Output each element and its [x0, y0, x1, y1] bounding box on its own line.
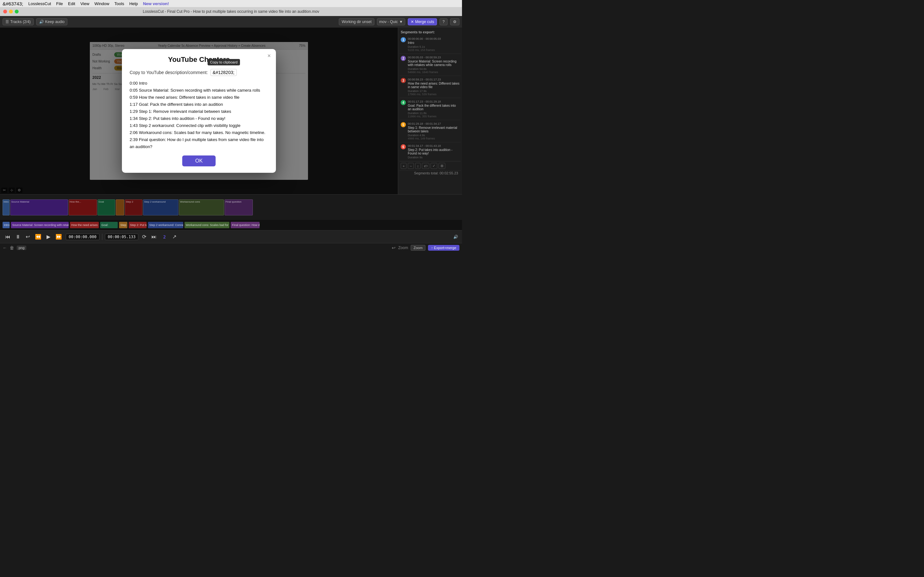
fullscreen-button[interactable]: [15, 10, 19, 13]
tl-label-7: Step 2 workaround: Connected cli...: [148, 222, 183, 228]
segment-duration-2: Duration 54.6s: [408, 67, 459, 71]
toolbar-right: Working dir unset mov - Quic ▼ ✕ Merge c…: [339, 18, 459, 25]
segment-num-5: 5: [401, 122, 406, 127]
sort-segments-button[interactable]: ↕: [415, 163, 421, 169]
segment-time-6: 00:01:34.17 - 00:01:43.18: [408, 144, 459, 147]
segment-item-3[interactable]: 3 00:00:59.23 - 00:01:17.23 How the need…: [399, 76, 461, 98]
tag-segment-button[interactable]: 🏷: [422, 163, 429, 169]
timeline-seg-1[interactable]: Intro: [3, 199, 10, 215]
loop-segment-button[interactable]: ⟳: [141, 233, 148, 240]
working-dir-button[interactable]: Working dir unset: [339, 18, 375, 25]
timeline-seg-3[interactable]: How the...: [69, 199, 97, 215]
menu-help[interactable]: Help: [129, 1, 138, 6]
apple-menu[interactable]: &#63743;: [3, 1, 23, 6]
segment-item-4[interactable]: 4 00:01:17.23 - 00:01:29.18 Goal: Pack t…: [399, 98, 461, 120]
menu-view[interactable]: View: [80, 1, 89, 6]
tl-label-1: Intro: [3, 222, 10, 228]
zoom-label: Zoom: [398, 245, 408, 250]
zoom-button[interactable]: Zoom: [411, 245, 425, 251]
export-merge-button[interactable]: ↑ Export+merge: [428, 245, 459, 251]
menu-window[interactable]: Window: [94, 1, 109, 6]
modal-close-button[interactable]: ×: [267, 53, 271, 59]
step-back-button[interactable]: ⏪: [34, 233, 43, 240]
menu-file[interactable]: File: [56, 1, 63, 6]
segment-title-6: Step 2: Put takes into audition - Found …: [408, 148, 459, 155]
chapter-6: 1:43 Step 2 workaround: Connected clip w…: [129, 122, 268, 129]
help-button[interactable]: ?: [439, 18, 447, 25]
toolbar: ☰ Tracks (2/4) 🔊 Keep audio Working dir …: [0, 16, 462, 27]
chapter-2: 0:59 How the need arises: Different take…: [129, 94, 268, 101]
segment-item-6[interactable]: 6 00:01:34.17 - 00:01:43.18 Step 2: Put …: [399, 142, 461, 161]
segments-total-bar: Segments total: 00:02:55.23: [399, 170, 461, 176]
timeline-labels: Intro Source Material: Screen recording …: [0, 220, 462, 230]
timeline-seg-8[interactable]: Workaround cons: [179, 199, 224, 215]
copy-label: Copy to YouTube description/comment:: [129, 70, 208, 75]
modal-copy-row: Copy to YouTube description/comment: &#1…: [129, 69, 268, 76]
add-segment-button[interactable]: +: [401, 163, 407, 169]
segment-time-4: 00:01:17.23 - 00:01:29.18: [408, 100, 459, 103]
timeline-seg-6[interactable]: Step 2: [125, 199, 142, 215]
timeline-area: Intro Source Material How the... Goal St…: [0, 194, 462, 220]
timeline-seg-7[interactable]: Step 2 workaround: [143, 199, 178, 215]
remove-segment-button[interactable]: −: [408, 163, 414, 169]
go-to-end-button[interactable]: ⏭: [150, 234, 158, 240]
tl-label-3: How the need arises: Differ...: [70, 222, 99, 228]
timeline-seg-9[interactable]: Final question: [225, 199, 253, 215]
close-button[interactable]: [3, 10, 7, 13]
menu-edit[interactable]: Edit: [68, 1, 75, 6]
tracks-button[interactable]: ☰ Tracks (2/4): [3, 18, 34, 25]
format-selector[interactable]: mov - Quic ▼: [377, 18, 405, 25]
copy-to-clipboard-button[interactable]: &#128203; Copy to clipboard: [210, 69, 237, 76]
play-pause-button[interactable]: ⏸: [14, 234, 22, 240]
tl-label-5: Step 1:: [119, 222, 128, 228]
segment-title-2: Source Material: Screen recording with r…: [408, 60, 459, 67]
go-to-start-button[interactable]: ⏮: [4, 234, 11, 240]
segment-frames-4: 11866 ms, 355 frames: [408, 115, 459, 118]
segment-num-4: 4: [401, 100, 406, 105]
segment-info-4: 00:01:17.23 - 00:01:29.18 Goal: Pack the…: [408, 100, 459, 118]
segment-info-6: 00:01:34.17 - 00:01:43.18 Step 2: Put ta…: [408, 144, 459, 159]
segment-num-6: 6: [401, 144, 406, 149]
format-display[interactable]: png: [17, 245, 26, 250]
menu-tools[interactable]: Tools: [115, 1, 124, 6]
chapter-3: 1:17 Goal: Pack the different takes into…: [129, 101, 268, 108]
trash-button[interactable]: 🗑: [10, 245, 14, 250]
segment-frames-5: 4966 ms, 149 frames: [408, 137, 459, 140]
segment-time-1: 00:00:00.00 - 00:00:05.03: [408, 37, 459, 40]
grid-view-button[interactable]: ⊞: [439, 163, 445, 169]
segment-item-2[interactable]: 2 00:00:05.03 - 00:00:59.23 Source Mater…: [399, 54, 461, 76]
segment-item-1[interactable]: 1 00:00:00.00 - 00:00:05.03 Intro Durati…: [399, 35, 461, 54]
modal-title: YouTube Chapters: [129, 55, 268, 64]
menu-newversion[interactable]: New version!: [143, 1, 169, 6]
check-segment-button[interactable]: ✓: [431, 163, 437, 169]
segments-total-time: 00:02:55.23: [439, 171, 458, 175]
skip-forward-button[interactable]: ↗: [171, 233, 178, 240]
settings-button[interactable]: ⚙: [450, 18, 459, 25]
timeline-seg-2[interactable]: Source Material: [10, 199, 68, 215]
segments-total-label: Segments total:: [414, 171, 438, 175]
keep-audio-button[interactable]: 🔊 Keep audio: [36, 18, 68, 25]
tl-label-9: Final question: How do I...: [231, 222, 260, 228]
segment-info-5: 00:01:29.18 - 00:01:34.17 Step 1: Remove…: [408, 122, 459, 140]
merge-cuts-button[interactable]: ✕ Merge cuts: [408, 18, 437, 25]
merge-cuts-label: Merge cuts: [415, 19, 434, 24]
timeline-seg-5[interactable]: [116, 199, 124, 215]
segment-info-2: 00:00:05.03 - 00:00:59.23 Source Materia…: [408, 56, 459, 74]
menu-losslesscut[interactable]: LosslessCut: [28, 1, 51, 6]
segment-title-4: Goal: Pack the different takes into an a…: [408, 104, 459, 111]
loop-button[interactable]: ↩: [24, 233, 31, 240]
modal-ok-button[interactable]: OK: [182, 155, 215, 166]
chevron-down-icon: ▼: [399, 19, 403, 24]
zoom-value: Zoom: [414, 246, 423, 250]
chapter-0: 0:00 Intro: [129, 80, 268, 87]
step-forward-button[interactable]: ⏩: [54, 233, 63, 240]
timeline-track[interactable]: Intro Source Material How the... Goal St…: [0, 195, 462, 220]
keep-audio-label: Keep audio: [45, 19, 65, 24]
timeline-seg-4[interactable]: Goal: [97, 199, 115, 215]
undo-button[interactable]: ↩: [392, 245, 396, 250]
play-button[interactable]: ▶: [45, 233, 52, 240]
window-title: LosslessCut - Final Cut Pro - How to put…: [143, 9, 319, 14]
back-button[interactable]: ←: [3, 245, 7, 250]
segment-item-5[interactable]: 5 00:01:29.18 - 00:01:34.17 Step 1: Remo…: [399, 120, 461, 142]
minimize-button[interactable]: [9, 10, 13, 13]
